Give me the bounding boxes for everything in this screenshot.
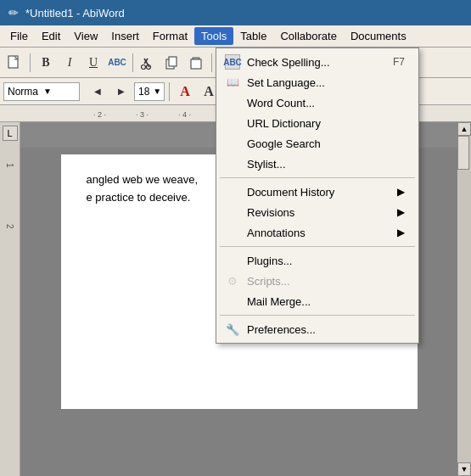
- revisions-arrow: ▶: [397, 206, 405, 218]
- style-dropdown[interactable]: Norma ▼: [3, 82, 80, 101]
- sep3: [211, 53, 212, 72]
- page-number-2: 2: [5, 224, 14, 229]
- menu-plugins[interactable]: Plugins...: [216, 250, 418, 271]
- menu-stylist[interactable]: Stylist...: [216, 154, 418, 174]
- set-language-icon: 📖: [225, 75, 240, 90]
- sep2: [132, 53, 133, 72]
- menu-url-dictionary[interactable]: URL Dictionary: [216, 113, 418, 133]
- scripts-icon: ⚙: [225, 273, 240, 288]
- cut-btn[interactable]: [137, 52, 160, 74]
- menu-file[interactable]: File: [3, 27, 35, 45]
- tools-dropdown-menu: ABC Check Spelling... F7 📖 Set Language.…: [216, 48, 419, 344]
- menu-edit[interactable]: Edit: [35, 27, 67, 45]
- style-value: Norma: [6, 86, 42, 98]
- svg-rect-8: [191, 59, 201, 69]
- stylist-label: Stylist...: [247, 158, 286, 171]
- menu-document-history[interactable]: Document History ▶: [216, 182, 418, 202]
- title-bar: ✏ *Untitled1 - AbiWord: [0, 0, 471, 25]
- menu-set-language[interactable]: 📖 Set Language...: [216, 72, 418, 92]
- font-A-btn[interactable]: A: [174, 81, 196, 103]
- preferences-label: Preferences...: [247, 323, 316, 336]
- menu-revisions[interactable]: Revisions ▶: [216, 202, 418, 222]
- annotations-label: Annotations: [247, 227, 306, 239]
- style-arrow: ▼: [42, 87, 77, 96]
- menu-documents[interactable]: Documents: [344, 27, 413, 45]
- menu-word-count[interactable]: Word Count...: [216, 92, 418, 113]
- copy-btn[interactable]: [161, 52, 183, 74]
- check-spelling-icon: ABC: [225, 54, 240, 70]
- svg-text:· 2 ·: · 2 ·: [93, 110, 106, 119]
- menu-google-search[interactable]: Google Search: [216, 133, 418, 154]
- menu-bar: File Edit View Insert Format Tools Table…: [0, 25, 471, 48]
- menu-check-spelling[interactable]: ABC Check Spelling... F7: [216, 52, 418, 72]
- sidebar-marker[interactable]: L: [3, 126, 18, 141]
- font-size-dropdown[interactable]: 18 ▼: [134, 82, 165, 101]
- set-language-label: Set Language...: [247, 76, 325, 89]
- sep5: [169, 82, 170, 101]
- scroll-thumb[interactable]: [457, 136, 469, 170]
- sep1: [30, 53, 31, 72]
- menu-annotations[interactable]: Annotations ▶: [216, 222, 418, 243]
- svg-text:· 4 ·: · 4 ·: [178, 110, 191, 119]
- font-size-arrow: ▼: [151, 87, 163, 96]
- svg-text:· 3 ·: · 3 ·: [136, 110, 149, 119]
- url-dictionary-label: URL Dictionary: [247, 117, 321, 130]
- italic-btn[interactable]: I: [59, 52, 81, 74]
- bold-btn[interactable]: B: [35, 52, 57, 74]
- app-icon: ✏: [7, 6, 20, 20]
- word-count-label: Word Count...: [247, 97, 315, 109]
- plugins-label: Plugins...: [247, 255, 292, 267]
- annotations-arrow: ▶: [397, 227, 405, 238]
- font-left-btn[interactable]: ◀: [87, 81, 109, 103]
- page-number-1: 1: [5, 163, 14, 168]
- separator-3: [220, 315, 415, 316]
- svg-point-3: [142, 64, 146, 69]
- menu-view[interactable]: View: [67, 27, 104, 45]
- spellcheck-btn[interactable]: ABC: [106, 52, 128, 74]
- paste-btn[interactable]: [185, 52, 207, 74]
- check-spelling-label: Check Spelling...: [247, 56, 330, 69]
- left-sidebar: L 1 2: [0, 122, 20, 476]
- svg-rect-6: [169, 57, 177, 66]
- document-history-arrow: ▶: [397, 186, 405, 198]
- underline-btn[interactable]: U: [82, 52, 104, 74]
- menu-collaborate[interactable]: Collaborate: [273, 27, 344, 45]
- v-scrollbar[interactable]: ▲ ▼: [457, 122, 471, 476]
- scroll-track[interactable]: [457, 136, 471, 462]
- menu-format[interactable]: Format: [146, 27, 194, 45]
- scripts-label: Scripts...: [247, 275, 290, 288]
- menu-scripts: ⚙ Scripts...: [216, 271, 418, 291]
- font-size-value: 18: [137, 86, 151, 98]
- check-spelling-shortcut: F7: [393, 56, 405, 68]
- scroll-up-btn[interactable]: ▲: [457, 122, 471, 136]
- menu-table[interactable]: Table: [233, 27, 273, 45]
- mail-merge-label: Mail Merge...: [247, 295, 311, 308]
- separator-2: [220, 246, 415, 247]
- preferences-icon: 🔧: [225, 322, 240, 337]
- menu-preferences[interactable]: 🔧 Preferences...: [216, 319, 418, 339]
- menu-tools[interactable]: Tools: [194, 27, 233, 45]
- scroll-down-btn[interactable]: ▼: [457, 462, 471, 476]
- window-title: *Untitled1 - AbiWord: [25, 7, 125, 20]
- separator-1: [220, 177, 415, 178]
- google-search-label: Google Search: [247, 137, 321, 150]
- document-history-label: Document History: [247, 186, 334, 199]
- doc-text-fragment-1: angled web we weave,: [87, 173, 199, 186]
- new-button[interactable]: [3, 52, 25, 74]
- revisions-label: Revisions: [247, 206, 294, 219]
- font-right-btn[interactable]: ▶: [110, 81, 132, 103]
- doc-text-fragment-2: e practice to deceive.: [87, 191, 191, 204]
- menu-insert[interactable]: Insert: [104, 27, 146, 45]
- menu-mail-merge[interactable]: Mail Merge...: [216, 291, 418, 311]
